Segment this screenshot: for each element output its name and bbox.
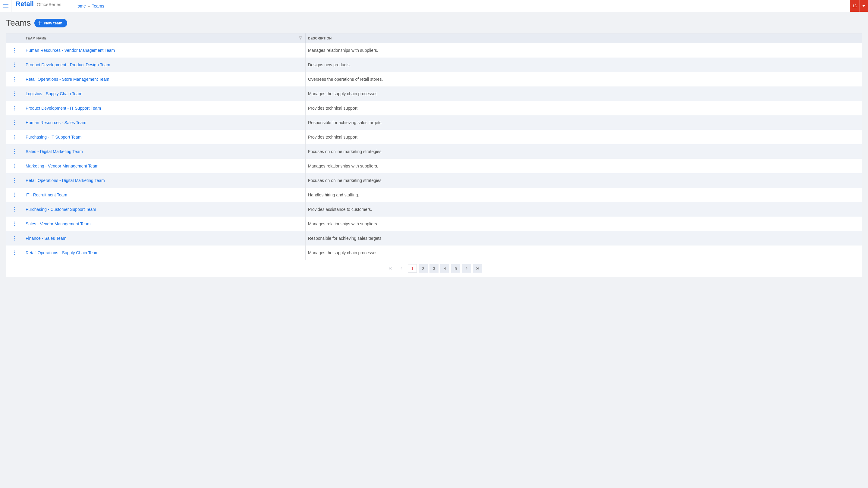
row-actions-button[interactable] — [13, 133, 17, 141]
team-description: Manages the supply chain processes. — [306, 87, 862, 101]
team-description: Provides assistance to customers. — [306, 202, 862, 217]
team-name-link[interactable]: Sales - Vendor Management Team — [26, 221, 90, 226]
column-header-description[interactable]: Description — [306, 33, 862, 43]
page-last-icon — [475, 266, 479, 270]
svg-point-13 — [14, 108, 16, 109]
more-vertical-icon — [14, 236, 16, 241]
team-name-link[interactable]: Sales - Digital Marketing Team — [26, 149, 83, 154]
more-vertical-icon — [14, 193, 16, 197]
page-next-button[interactable] — [462, 264, 471, 272]
svg-point-14 — [14, 110, 16, 110]
row-actions-button[interactable] — [13, 61, 17, 68]
svg-point-43 — [14, 253, 16, 253]
team-description: Designs new products. — [306, 58, 862, 72]
page-number-3[interactable]: 3 — [430, 264, 438, 272]
team-name-link[interactable]: Logistics - Supply Chain Team — [26, 91, 82, 96]
table-row: Human Resources - Vendor Management Team… — [6, 43, 862, 58]
team-name-link[interactable]: Retail Operations - Supply Chain Team — [26, 250, 98, 255]
svg-point-32 — [14, 196, 16, 197]
row-actions-button[interactable] — [13, 235, 17, 242]
menu-toggle-button[interactable] — [0, 0, 11, 12]
breadcrumb-home-link[interactable]: Home — [74, 4, 86, 8]
table-row: Product Development - IT Support TeamPro… — [6, 101, 862, 116]
row-actions-button[interactable] — [13, 206, 17, 213]
table-row: Retail Operations - Digital Marketing Te… — [6, 173, 862, 188]
row-actions-button[interactable] — [13, 220, 17, 227]
table-row: Marketing - Vendor Management TeamManage… — [6, 159, 862, 173]
row-actions-button[interactable] — [13, 249, 17, 256]
page-body: Teams New team Team Name Description — [0, 12, 868, 283]
svg-point-1 — [14, 50, 16, 51]
svg-point-34 — [14, 209, 16, 210]
table-row: Retail Operations - Store Management Tea… — [6, 72, 862, 87]
row-actions-button[interactable] — [13, 191, 17, 198]
more-vertical-icon — [14, 149, 16, 154]
brand-sub: OfficeSeries — [37, 2, 61, 7]
row-actions-button[interactable] — [13, 47, 17, 54]
more-vertical-icon — [14, 62, 16, 67]
more-vertical-icon — [14, 207, 16, 212]
new-team-button[interactable]: New team — [34, 19, 67, 27]
new-team-button-label: New team — [44, 21, 62, 25]
column-header-description-label: Description — [308, 36, 332, 40]
page-last-button[interactable] — [473, 264, 482, 272]
svg-point-36 — [14, 222, 16, 223]
user-menu-button[interactable] — [860, 0, 868, 12]
team-name-link[interactable]: Purchasing - Customer Support Team — [26, 207, 96, 212]
more-vertical-icon — [14, 106, 16, 110]
page-number-1: 1 — [408, 264, 417, 272]
more-vertical-icon — [14, 77, 16, 82]
team-name-link[interactable]: Product Development - IT Support Team — [26, 106, 101, 110]
notifications-button[interactable] — [850, 0, 860, 12]
svg-point-0 — [14, 48, 16, 49]
team-description: Manages relationships with suppliers. — [306, 159, 862, 173]
filter-button[interactable] — [299, 36, 302, 40]
team-name-link[interactable]: Retail Operations - Digital Marketing Te… — [26, 178, 105, 183]
team-name-link[interactable]: Product Development - Product Design Tea… — [26, 62, 110, 67]
team-name-link[interactable]: Purchasing - IT Support Team — [26, 135, 82, 139]
team-name-link[interactable]: Marketing - Vendor Management Team — [26, 164, 98, 168]
team-name-link[interactable]: Retail Operations - Store Management Tea… — [26, 77, 110, 82]
page-prev-button — [397, 264, 406, 272]
more-vertical-icon — [14, 178, 16, 183]
topbar: Retail OfficeSeries Home » Teams — [0, 0, 868, 12]
brand-main: Retail — [16, 0, 34, 8]
row-actions-button[interactable] — [13, 104, 17, 112]
breadcrumb-current: Teams — [92, 4, 104, 8]
team-name-link[interactable]: Human Resources - Vendor Management Team — [26, 48, 115, 53]
svg-point-17 — [14, 124, 16, 125]
team-description: Focuses on online marketing strategies. — [306, 173, 862, 188]
page-header: Teams New team — [6, 18, 862, 28]
plus-icon — [38, 21, 41, 25]
row-actions-button[interactable] — [13, 90, 17, 97]
more-vertical-icon — [14, 91, 16, 96]
filter-icon — [299, 36, 302, 40]
chevron-right-icon — [464, 266, 469, 270]
team-name-link[interactable]: Finance - Sales Team — [26, 236, 66, 241]
more-vertical-icon — [14, 48, 16, 53]
row-actions-button[interactable] — [13, 177, 17, 184]
svg-point-12 — [14, 106, 16, 107]
svg-point-16 — [14, 122, 16, 123]
row-actions-button[interactable] — [13, 76, 17, 83]
svg-point-31 — [14, 195, 16, 195]
more-vertical-icon — [14, 135, 16, 139]
svg-point-29 — [14, 182, 16, 183]
column-header-name[interactable]: Team Name — [23, 33, 306, 43]
svg-point-3 — [14, 63, 16, 64]
page-number-2[interactable]: 2 — [418, 264, 428, 272]
team-name-link[interactable]: IT - Recruitment Team — [26, 193, 67, 197]
table-row: Purchasing - IT Support TeamProvides tec… — [6, 130, 862, 144]
svg-point-39 — [14, 236, 16, 237]
page-number-5[interactable]: 5 — [451, 264, 460, 272]
row-actions-button[interactable] — [13, 162, 17, 170]
caret-down-icon — [862, 5, 865, 7]
page-number-4[interactable]: 4 — [440, 264, 450, 272]
team-name-link[interactable]: Human Resources - Sales Team — [26, 120, 86, 125]
table-row: Logistics - Supply Chain TeamManages the… — [6, 87, 862, 101]
more-vertical-icon — [14, 164, 16, 168]
row-actions-button[interactable] — [13, 119, 17, 126]
page-first-icon — [389, 266, 393, 270]
svg-point-6 — [14, 77, 16, 78]
row-actions-button[interactable] — [13, 148, 17, 155]
